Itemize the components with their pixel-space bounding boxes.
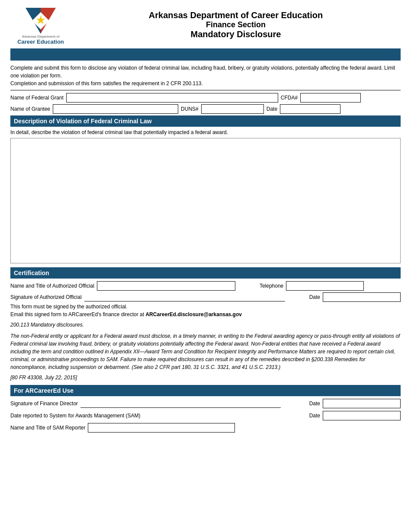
section1-description: In detail, describe the violation of fed… xyxy=(10,129,401,135)
sam-label: Date reported to System for Awards Manag… xyxy=(10,413,141,419)
page-title: Arkansas Department of Career Education … xyxy=(71,8,401,39)
cert-date-input[interactable] xyxy=(323,292,401,302)
arcareered-header: For ARCareerEd Use xyxy=(10,385,401,396)
signature-row: Signature of Authorized Official Date xyxy=(10,292,401,302)
telephone-input[interactable] xyxy=(286,281,364,291)
logo-icon xyxy=(26,8,56,34)
finance-director-label: Signature of Finance Director xyxy=(10,401,78,407)
email-prefix: Email this signed form to ARCareerEd's f… xyxy=(10,311,145,317)
auth-official-row: Name and Title of Authorized Official Te… xyxy=(10,281,401,291)
logo-career-text: Career Education xyxy=(17,38,64,45)
cert-date-label: Date xyxy=(309,294,320,300)
telephone-label: Telephone xyxy=(260,283,283,289)
instruction-para1: Complete and submit this form to disclos… xyxy=(10,64,401,80)
sam-reporter-label: Name and Title of SAM Reporter xyxy=(10,425,85,431)
sam-date-input[interactable] xyxy=(323,411,401,420)
duns-input[interactable] xyxy=(201,104,264,114)
federal-grant-row: Name of Federal Grant CFDA# xyxy=(10,93,401,103)
date-label-top: Date xyxy=(267,106,277,112)
top-blue-banner xyxy=(10,48,401,61)
email-line: Email this signed form to ARCareerEd's f… xyxy=(10,311,401,317)
grantee-input[interactable] xyxy=(53,104,178,114)
email-address: ARCareerEd.disclosure@arkansas.gov xyxy=(145,311,241,317)
federal-grant-input[interactable] xyxy=(66,93,278,103)
arcareered-section: For ARCareerEd Use Signature of Finance … xyxy=(10,385,401,433)
signature-label: Signature of Authorized Official xyxy=(10,294,82,300)
grantee-label: Name of Grantee xyxy=(10,106,50,112)
section1-header: Description of Violation of Federal Crim… xyxy=(10,115,401,127)
violation-description-textarea[interactable] xyxy=(10,138,401,263)
date-input-top[interactable] xyxy=(280,104,340,114)
certification-header: Certification xyxy=(10,267,401,279)
grantee-row: Name of Grantee DUNS# Date xyxy=(10,104,401,114)
sam-row: Date reported to System for Awards Manag… xyxy=(10,411,401,420)
instruction-para2: Completion and submission of this form s… xyxy=(10,80,401,87)
auth-official-label: Name and Title of Authorized Official xyxy=(10,283,94,289)
legal-body: The non-Federal entity or applicant for … xyxy=(10,332,401,371)
finance-director-row: Signature of Finance Director Date xyxy=(10,399,401,408)
cfda-label: CFDA# xyxy=(281,95,298,101)
must-sign-text: This form must be signed by the authoriz… xyxy=(10,304,401,310)
sam-reporter-input[interactable] xyxy=(88,423,235,433)
header: Arkansas Department of Career Education … xyxy=(10,8,401,45)
finance-date-label: Date xyxy=(309,401,320,407)
legal-ref: 200.113 Mandatory disclosures. xyxy=(10,321,401,329)
logo-area: Arkansas Department of Career Education xyxy=(10,8,71,45)
duns-label: DUNS# xyxy=(181,106,199,112)
divider1 xyxy=(10,90,401,90)
logo-small-text: Arkansas Department of xyxy=(22,35,59,38)
signature-line xyxy=(84,293,285,301)
auth-official-input[interactable] xyxy=(97,281,235,291)
finance-date-input[interactable] xyxy=(323,399,401,408)
finance-director-sig-line xyxy=(80,399,281,408)
fr-note: [80 FR 43308, July 22, 2015] xyxy=(10,375,401,381)
sam-date-label: Date xyxy=(309,413,320,419)
federal-grant-label: Name of Federal Grant xyxy=(10,95,64,101)
instructions: Complete and submit this form to disclos… xyxy=(10,64,401,87)
sam-reporter-row: Name and Title of SAM Reporter xyxy=(10,423,401,433)
cfda-input[interactable] xyxy=(300,93,361,103)
